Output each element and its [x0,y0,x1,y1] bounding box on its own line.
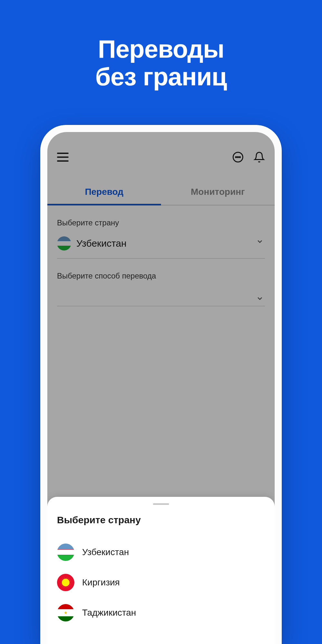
hero-title: Переводы без границ [0,0,322,91]
country-option-tj[interactable]: Таджикистан [57,598,265,628]
country-option-label: Таджикистан [82,608,136,618]
bottom-sheet: Выберите страну Узбекистан Киргизия Тадж… [47,497,275,644]
country-option-uz[interactable]: Узбекистан [57,537,265,567]
phone-frame: Перевод Мониторинг Выберите страну Узбек… [40,125,282,644]
flag-icon-kg [57,574,74,591]
flag-icon-tj [57,604,74,621]
country-option-label: Узбекистан [82,547,129,557]
sheet-handle[interactable] [153,503,169,505]
country-option-kg[interactable]: Киргизия [57,567,265,598]
country-option-label: Киргизия [82,577,120,588]
screen: Перевод Мониторинг Выберите страну Узбек… [47,132,275,644]
sheet-title: Выберите страну [57,515,265,526]
flag-icon-uz [57,544,74,561]
